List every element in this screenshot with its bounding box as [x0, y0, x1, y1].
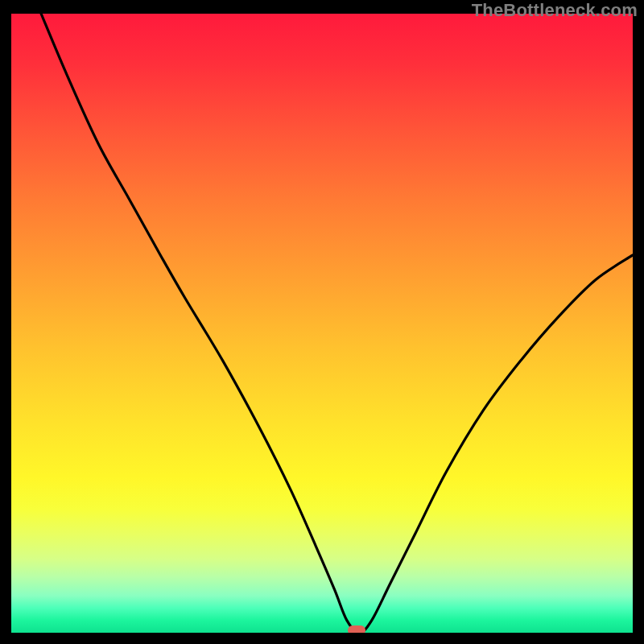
bottleneck-curve — [11, 14, 633, 633]
watermark-text: TheBottleneck.com — [472, 0, 638, 21]
plot-area — [11, 14, 633, 633]
optimal-point-marker — [348, 625, 365, 633]
chart-frame: TheBottleneck.com — [0, 0, 644, 644]
